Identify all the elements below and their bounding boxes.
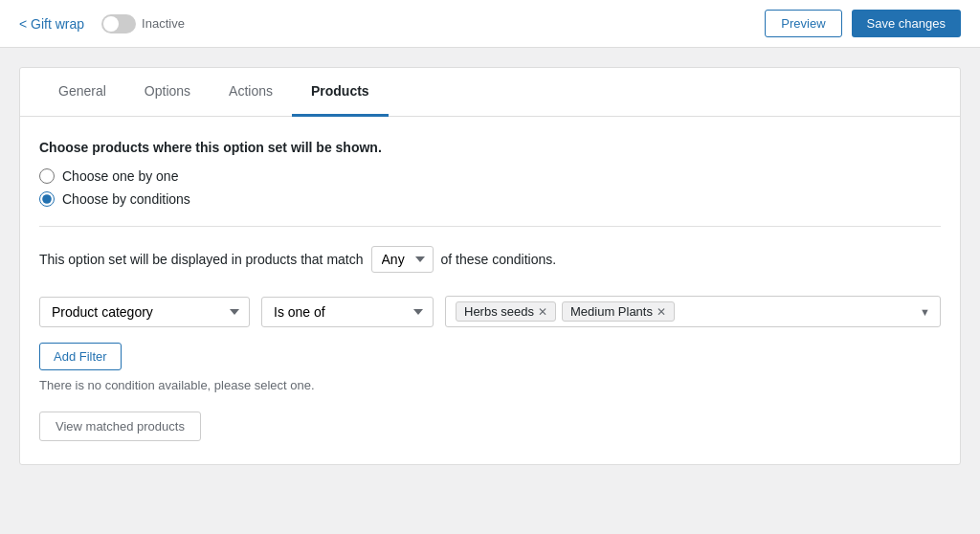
no-condition-message: There is no condition available, please … xyxy=(39,378,941,392)
tab-actions[interactable]: Actions xyxy=(210,68,292,117)
tab-options[interactable]: Options xyxy=(125,68,210,117)
top-bar-right: Preview Save changes xyxy=(765,10,961,37)
radio-by-conditions-input[interactable] xyxy=(39,191,55,207)
radio-by-conditions[interactable]: Choose by conditions xyxy=(39,191,941,207)
tag-herbs-seeds-remove[interactable]: ✕ xyxy=(538,306,547,318)
match-select[interactable]: Any All xyxy=(371,246,434,273)
top-bar: < Gift wrap Inactive Preview Save change… xyxy=(0,0,980,48)
toggle-track[interactable] xyxy=(101,14,136,33)
tabs: General Options Actions Products xyxy=(20,68,960,117)
back-link[interactable]: < Gift wrap xyxy=(19,16,84,32)
tags-dropdown-arrow: ▼ xyxy=(920,306,930,318)
operator-select[interactable]: Is one of Is not one of xyxy=(261,297,434,327)
radio-group: Choose one by one Choose by conditions xyxy=(39,168,941,207)
match-text-before: This option set will be displayed in pro… xyxy=(39,252,364,267)
add-filter-wrapper: Add Filter xyxy=(39,343,941,370)
category-select[interactable]: Product category Product tag Product xyxy=(39,297,250,327)
toggle-switch[interactable]: Inactive xyxy=(101,14,185,33)
tag-medium-plants-remove[interactable]: ✕ xyxy=(657,306,666,318)
divider xyxy=(39,226,941,227)
match-row: This option set will be displayed in pro… xyxy=(39,246,941,273)
tag-medium-plants[interactable]: Medium Plants ✕ xyxy=(562,301,675,322)
section-title: Choose products where this option set wi… xyxy=(39,140,941,155)
radio-one-by-one-input[interactable] xyxy=(39,168,55,184)
tag-herbs-seeds-label: Herbs seeds xyxy=(464,304,534,319)
filter-row: Product category Product tag Product Is … xyxy=(39,296,941,327)
tab-general[interactable]: General xyxy=(39,68,125,117)
tab-products[interactable]: Products xyxy=(292,68,389,117)
tag-herbs-seeds[interactable]: Herbs seeds ✕ xyxy=(456,301,556,322)
card: General Options Actions Products Choose … xyxy=(19,67,961,465)
radio-one-by-one-label: Choose one by one xyxy=(62,168,178,184)
toggle-thumb xyxy=(103,16,119,32)
view-matched-button[interactable]: View matched products xyxy=(39,412,201,441)
tag-medium-plants-label: Medium Plants xyxy=(570,304,653,319)
radio-one-by-one[interactable]: Choose one by one xyxy=(39,168,941,184)
match-text-after: of these conditions. xyxy=(441,252,557,267)
add-filter-button[interactable]: Add Filter xyxy=(39,343,122,370)
main-content: General Options Actions Products Choose … xyxy=(0,48,980,534)
radio-by-conditions-label: Choose by conditions xyxy=(62,191,190,207)
preview-button[interactable]: Preview xyxy=(765,10,841,37)
save-button[interactable]: Save changes xyxy=(852,10,961,37)
inactive-label: Inactive xyxy=(142,16,185,31)
card-body: Choose products where this option set wi… xyxy=(20,117,960,464)
top-bar-left: < Gift wrap Inactive xyxy=(19,14,185,33)
tags-input[interactable]: Herbs seeds ✕ Medium Plants ✕ ▼ xyxy=(445,296,941,327)
